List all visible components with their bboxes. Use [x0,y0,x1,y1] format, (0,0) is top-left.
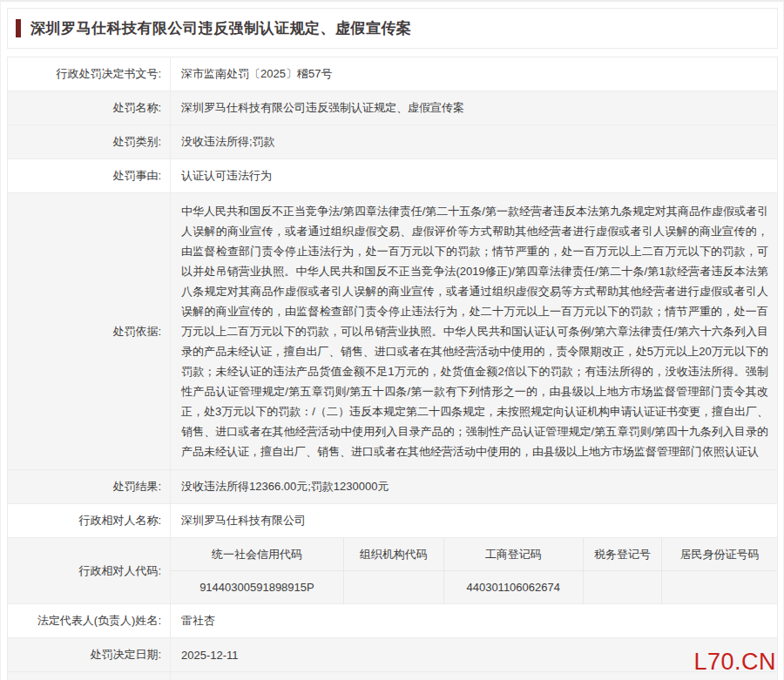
code-value-business-registration: 440301106062674 [443,571,583,604]
party-codes-subtable-cell: 统一社会信用代码 组织机构代码 工商登记码 税务登记号 居民身份证号码 9144… [171,538,778,604]
column-header: 工商登记码 [443,538,583,571]
code-value-organization [343,571,443,604]
field-value: 雷社杏 [171,604,778,638]
row-decision-date: 处罚决定日期: 2025-12-11 [8,638,778,672]
row-penalty-category: 处罚类别: 没收违法所得;罚款 [8,125,778,159]
code-value-unified-social-credit: 91440300591898915P [171,571,343,604]
code-value-resident-id [662,571,777,604]
column-header: 统一社会信用代码 [171,538,343,571]
field-label: 处罚类别: [8,125,171,159]
field-label: 处罚名称: [8,91,171,125]
field-label: 行政处罚决定书文号: [8,57,171,91]
field-value: 深市监南处罚〔2025〕稽57号 [171,57,778,91]
field-label: 处罚机关: [8,672,171,680]
party-codes-table: 统一社会信用代码 组织机构代码 工商登记码 税务登记号 居民身份证号码 9144… [171,538,777,603]
field-label: 处罚依据: [8,193,171,470]
field-label: 法定代表人(负责人)姓名: [8,604,171,638]
column-header: 税务登记号 [583,538,661,571]
penalty-detail-table: 行政处罚决定书文号: 深市监南处罚〔2025〕稽57号 处罚名称: 深圳罗马仕科… [7,57,778,680]
party-codes-header-row: 统一社会信用代码 组织机构代码 工商登记码 税务登记号 居民身份证号码 [171,538,777,571]
field-label: 处罚结果: [8,470,171,504]
column-header: 组织机构代码 [343,538,443,571]
row-legal-representative: 法定代表人(负责人)姓名: 雷社杏 [8,604,778,638]
row-penalty-result: 处罚结果: 没收违法所得12366.00元;罚款1230000元 [8,470,778,504]
site-watermark: L70.CN [693,649,776,676]
field-value: 深圳市市场监督管理局南山监管局 [171,672,778,680]
field-label: 处罚决定日期: [8,638,171,672]
title-accent-bar-icon [16,19,21,37]
case-title-bar: 深圳罗马仕科技有限公司违反强制认证规定、虚假宣传案 [7,8,778,49]
page-title: 深圳罗马仕科技有限公司违反强制认证规定、虚假宣传案 [30,18,412,38]
party-codes-value-row: 91440300591898915P 440301106062674 [171,571,777,604]
column-header: 居民身份证号码 [662,538,777,571]
row-doc-number: 行政处罚决定书文号: 深市监南处罚〔2025〕稽57号 [8,57,778,91]
row-penalty-reason: 处罚事由: 认证认可违法行为 [8,159,778,193]
field-value: 没收违法所得;罚款 [171,125,778,159]
field-value: 认证认可违法行为 [171,159,778,193]
field-value: 深圳罗马仕科技有限公司违反强制认证规定、虚假宣传案 [171,91,778,125]
row-penalty-name: 处罚名称: 深圳罗马仕科技有限公司违反强制认证规定、虚假宣传案 [8,91,778,125]
code-value-tax-registration [583,571,661,604]
row-authority: 处罚机关: 深圳市市场监督管理局南山监管局 [8,672,778,680]
field-label: 行政相对人名称: [8,504,171,538]
row-penalty-basis: 处罚依据: 中华人民共和国反不正当竞争法/第四章法律责任/第二十五条/第一款经营… [8,193,778,470]
field-value: 中华人民共和国反不正当竞争法/第四章法律责任/第二十五条/第一款经营者违反本法第… [171,193,778,470]
row-party-name: 行政相对人名称: 深圳罗马仕科技有限公司 [8,504,778,538]
field-value: 没收违法所得12366.00元;罚款1230000元 [171,470,778,504]
field-label: 行政相对人代码: [8,538,171,604]
field-value: 2025-12-11 [171,638,778,672]
row-party-codes: 行政相对人代码: 统一社会信用代码 组织机构代码 工商登记码 税务登记号 居民身… [8,538,778,604]
field-label: 处罚事由: [8,159,171,193]
field-value: 深圳罗马仕科技有限公司 [171,504,778,538]
